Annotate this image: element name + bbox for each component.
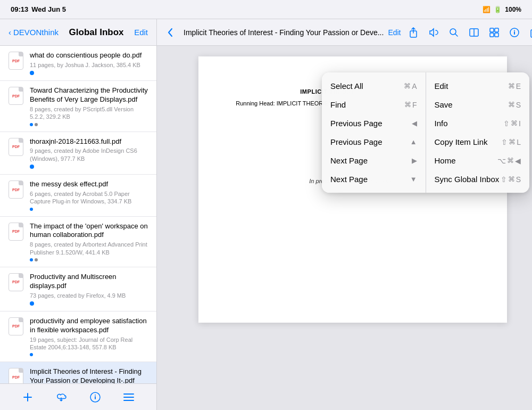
edit-button[interactable]: Edit [388, 28, 401, 37]
sidebar-item[interactable]: PDF The impact of the 'open' workspace o… [0, 217, 156, 267]
menu-find[interactable]: Find ⌘F [322, 95, 426, 114]
menu-label: Home [435, 156, 456, 165]
cloud-button[interactable] [52, 388, 71, 407]
tag-dot [30, 301, 34, 306]
sidebar-item[interactable]: PDF the messy desk effect.pdf 6 pages, c… [0, 175, 156, 216]
sidebar-item[interactable]: PDF thoraxjnl-2018-211663.full.pdf 9 pag… [0, 132, 156, 175]
sidebar-edit-button[interactable]: Edit [134, 28, 148, 37]
sidebar-item[interactable]: PDF productivity and employee satisfacti… [0, 311, 156, 362]
svg-rect-1 [23, 397, 32, 398]
item-icon: PDF [7, 274, 24, 291]
menu-info[interactable]: Info ⇧⌘I [426, 114, 530, 133]
item-meta: 8 pages, created by PScript5.dll Version… [30, 105, 149, 121]
item-icon: PDF [7, 223, 24, 240]
status-bar-right: 📶 🔋 100% [483, 6, 521, 13]
menu-label: Previous Page [330, 119, 383, 128]
back-icon[interactable] [163, 24, 179, 40]
sidebar-item[interactable]: PDF Toward Characterizing the Productivi… [0, 81, 156, 132]
svg-rect-6 [123, 397, 134, 398]
item-dots [30, 301, 149, 306]
item-title: The impact of the 'open' workspace on hu… [30, 222, 149, 240]
battery-percent: 100% [505, 6, 521, 13]
svg-rect-12 [495, 28, 498, 32]
item-meta: 11 pages, by Joshua J. Jackson, 385.4 KB [30, 61, 149, 69]
item-title: Toward Characterizing the Productivity B… [30, 86, 149, 104]
item-title: productivity and employee satisfaction i… [30, 317, 149, 335]
context-menu: Select All ⌘A Find ⌘F Previous Page ◀ Pr… [322, 72, 529, 193]
list-button[interactable] [119, 388, 138, 407]
menu-shortcut: ◀ [412, 119, 417, 127]
tag-dot [35, 258, 38, 261]
svg-point-4 [95, 395, 96, 396]
menu-home[interactable]: Home ⌥⌘◀ [426, 151, 530, 170]
menu-shortcut: ⌘A [404, 82, 417, 91]
svg-rect-13 [490, 33, 494, 37]
grid-icon[interactable] [486, 24, 502, 40]
menu-shortcut: ⇧⌘I [503, 119, 521, 128]
menu-label: Find [330, 100, 346, 109]
sidebar-item[interactable]: PDF Productivity and Multiscreen display… [0, 267, 156, 311]
sidebar-back-button[interactable]: ‹ DEVONthink [9, 28, 59, 37]
item-content: thoraxjnl-2018-211663.full.pdf 9 pages, … [30, 137, 149, 169]
search-icon[interactable] [446, 24, 462, 40]
menu-label: Previous Page [330, 137, 383, 146]
book-icon[interactable] [466, 24, 482, 40]
chevron-left-icon: ‹ [9, 28, 11, 37]
item-icon: PDF [7, 181, 24, 198]
sidebar-header: ‹ DEVONthink Global Inbox Edit [0, 19, 156, 46]
menu-shortcut: ⇧⌘S [501, 175, 521, 184]
menu-shortcut: ⌥⌘◀ [497, 157, 521, 165]
menu-next-page-down[interactable]: Next Page ▼ [322, 170, 426, 188]
item-meta: 8 pages, created by Arbortext Advanced P… [30, 241, 149, 256]
item-icon: PDF [7, 52, 24, 69]
item-dots [30, 71, 149, 75]
menu-sync-global-inbox[interactable]: Sync Global Inbox ⇧⌘S [426, 170, 530, 188]
menu-label: Next Page [330, 156, 368, 165]
item-dots [30, 208, 149, 211]
svg-point-17 [514, 30, 515, 31]
item-icon: PDF [7, 87, 24, 104]
share-icon[interactable] [405, 24, 421, 40]
menu-previous-page-up[interactable]: Previous Page ▲ [322, 133, 426, 151]
tag-dot [30, 258, 33, 261]
item-dots [30, 165, 149, 169]
item-icon: PDF [7, 138, 24, 155]
document-area: IMPLICIT THEORIES OF INTEREST Running He… [157, 46, 532, 410]
svg-rect-11 [490, 28, 494, 32]
document-title: Implicit Theories of Interest - Finding … [184, 28, 384, 37]
item-content: Productivity and Multiscreen displays.pd… [30, 273, 149, 306]
menu-next-page-right[interactable]: Next Page ▶ [322, 151, 426, 170]
item-dots [30, 123, 149, 126]
menu-previous-page-left[interactable]: Previous Page ◀ [322, 114, 426, 133]
menu-edit[interactable]: Edit ⌘E [426, 77, 530, 95]
export-icon[interactable] [527, 24, 533, 40]
item-title: the messy desk effect.pdf [30, 180, 149, 189]
item-dots [30, 353, 149, 356]
menu-shortcut: ▶ [412, 157, 417, 165]
item-meta: 19 pages, subject: Journal of Corp Real … [30, 336, 149, 351]
info-button[interactable] [86, 388, 105, 407]
info-icon[interactable] [506, 24, 522, 40]
svg-rect-3 [95, 396, 96, 399]
add-button[interactable] [18, 388, 37, 407]
item-title: Productivity and Multiscreen displays.pd… [30, 273, 149, 291]
status-bar-left: 09:13 Wed Jun 5 [11, 5, 66, 13]
status-time: 09:13 [11, 5, 28, 13]
item-icon: PDF [7, 368, 24, 383]
item-content: productivity and employee satisfaction i… [30, 317, 149, 356]
sidebar-item-active[interactable]: PDF Implicit Theories of Interest - Find… [0, 362, 156, 383]
svg-rect-7 [123, 400, 134, 401]
item-content: the messy desk effect.pdf 6 pages, creat… [30, 180, 149, 210]
menu-select-all[interactable]: Select All ⌘A [322, 77, 426, 95]
menu-copy-item-link[interactable]: Copy Item Link ⇧⌘L [426, 133, 530, 151]
tag-dot [35, 123, 38, 126]
menu-label: Info [435, 119, 448, 128]
item-title: what do conscientious people do.pdf [30, 51, 149, 60]
svg-rect-14 [495, 33, 498, 37]
sidebar-back-label: DEVONthink [13, 28, 59, 37]
status-bar: 09:13 Wed Jun 5 📶 🔋 100% [0, 0, 532, 19]
menu-shortcut: ⌘S [508, 101, 521, 109]
speak-icon[interactable] [426, 24, 442, 40]
menu-save[interactable]: Save ⌘S [426, 95, 530, 114]
sidebar-item[interactable]: PDF what do conscientious people do.pdf … [0, 46, 156, 81]
